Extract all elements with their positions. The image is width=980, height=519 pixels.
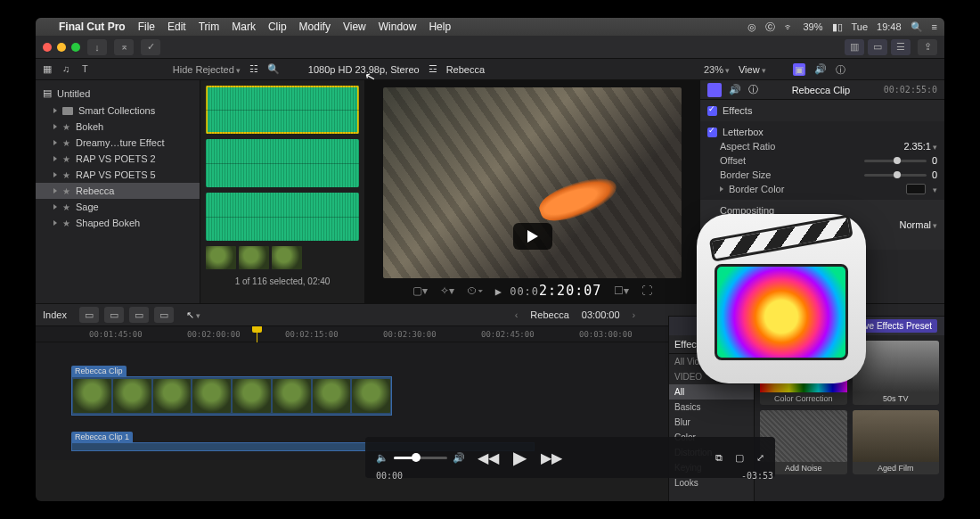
- color-swatch[interactable]: [906, 184, 926, 194]
- layout-browser-button[interactable]: ▥: [845, 39, 864, 55]
- inspector-audio-tab[interactable]: 🔊: [814, 63, 827, 76]
- border-size-value[interactable]: 0: [932, 169, 937, 180]
- offset-slider[interactable]: [864, 160, 927, 162]
- clip-appearance-icon[interactable]: ☷: [249, 63, 258, 75]
- inspector-info-icon[interactable]: ⓘ: [748, 83, 758, 96]
- library-tab-icon[interactable]: ▦: [43, 63, 55, 76]
- overwrite-button[interactable]: ▭: [129, 307, 149, 323]
- airplay-icon[interactable]: ▢: [735, 452, 744, 464]
- sidebar-item-dreamy[interactable]: ★Dreamy…ture Effect: [36, 135, 200, 151]
- menu-file[interactable]: File: [138, 21, 155, 33]
- timeline-project-name: Rebecca: [530, 309, 568, 320]
- share-button[interactable]: ⇪: [918, 39, 937, 55]
- effects-cat-blur[interactable]: Blur: [669, 415, 754, 430]
- app-name[interactable]: Final Cut Pro: [59, 21, 126, 33]
- sidebar-item-sage[interactable]: ★Sage: [36, 199, 200, 215]
- color-dropdown[interactable]: [931, 184, 937, 194]
- offset-value[interactable]: 0: [932, 155, 937, 166]
- rewind-button[interactable]: ◀◀: [478, 449, 499, 466]
- browser-thumb[interactable]: [272, 246, 302, 269]
- filter-dropdown[interactable]: Hide Rejected: [173, 64, 241, 75]
- library-root[interactable]: ▤ Untitled: [36, 84, 200, 103]
- disclosure-icon: [53, 204, 57, 210]
- search-icon[interactable]: 🔍: [911, 21, 923, 33]
- viewer-timecode[interactable]: ▶ 00:02:20:07: [495, 283, 602, 299]
- traffic-lights[interactable]: [43, 43, 80, 52]
- sidebar-item-smart[interactable]: Smart Collections: [36, 103, 200, 119]
- sidebar-item-bokeh[interactable]: ★Bokeh: [36, 119, 200, 135]
- connect-button[interactable]: ▭: [154, 307, 174, 323]
- play-button[interactable]: ▶: [513, 447, 527, 468]
- event-icon: ★: [62, 138, 70, 148]
- timeline-index-button[interactable]: Index: [43, 309, 67, 320]
- inspector-audio-icon[interactable]: 🔊: [729, 84, 741, 95]
- sidebar-item-rap5[interactable]: ★RAP VS POETS 5: [36, 167, 200, 183]
- play-overlay-button[interactable]: [513, 223, 552, 250]
- menu-list-icon[interactable]: ≡: [932, 21, 937, 32]
- sidebar-item-rebecca[interactable]: ★Rebecca: [36, 183, 200, 199]
- blend-dropdown[interactable]: Normal: [900, 219, 937, 230]
- menu-clip[interactable]: Clip: [268, 21, 287, 33]
- mute-icon[interactable]: 🔈: [376, 452, 388, 464]
- aspect-dropdown[interactable]: 2.35:1: [903, 141, 937, 152]
- browser-thumb[interactable]: [239, 246, 269, 269]
- border-size-slider[interactable]: [864, 174, 927, 177]
- effects-cat-all[interactable]: All: [669, 384, 754, 400]
- pip-icon[interactable]: ⧉: [715, 452, 723, 464]
- inspector-video-tab[interactable]: ▣: [793, 63, 805, 76]
- keyword-button[interactable]: ⌅: [114, 39, 134, 55]
- playhead[interactable]: [257, 326, 257, 342]
- effect-item[interactable]: Aged Film: [853, 410, 940, 474]
- inspector-title: Rebecca Clip: [765, 85, 877, 95]
- bg-tasks-button[interactable]: ✓: [141, 39, 160, 55]
- viewer-fullscreen-button[interactable]: ⛶: [641, 284, 652, 297]
- layout-timeline-button[interactable]: ▭: [868, 39, 887, 55]
- viewer-retime-dropdown[interactable]: ⏲▾: [467, 284, 483, 297]
- nav-back-button[interactable]: ‹: [515, 309, 519, 320]
- letterbox-checkbox[interactable]: [707, 128, 717, 137]
- import-button[interactable]: ↓: [87, 39, 107, 55]
- menu-mark[interactable]: Mark: [232, 21, 256, 33]
- viewer-zoom-dropdown[interactable]: 23%: [704, 64, 730, 75]
- menu-trim[interactable]: Trim: [199, 21, 220, 33]
- nav-fwd-button[interactable]: ›: [633, 309, 636, 320]
- menu-window[interactable]: Window: [379, 21, 417, 33]
- menu-help[interactable]: Help: [429, 21, 451, 33]
- fullscreen-icon[interactable]: [71, 43, 80, 52]
- browser-thumb[interactable]: [206, 246, 236, 269]
- timeline-clip[interactable]: [71, 376, 392, 416]
- disclosure-icon[interactable]: [720, 186, 723, 192]
- sidebar-item-rap2[interactable]: ★RAP VS POETS 2: [36, 151, 200, 167]
- viewer-canvas[interactable]: [383, 87, 682, 278]
- menu-view[interactable]: View: [343, 21, 366, 33]
- inspector-info-tab[interactable]: ⓘ: [836, 63, 848, 76]
- sidebar-item-label: RAP VS POETS 2: [76, 153, 156, 164]
- browser-clip[interactable]: [206, 193, 359, 241]
- minimize-icon[interactable]: [57, 43, 66, 52]
- layout-inspector-button[interactable]: ☰: [891, 39, 911, 55]
- viewer-display-dropdown[interactable]: ▢▾: [412, 284, 428, 297]
- volume-slider[interactable]: [394, 457, 447, 459]
- insert-button[interactable]: ▭: [79, 307, 99, 323]
- append-button[interactable]: ▭: [104, 307, 124, 323]
- browser-clip[interactable]: [206, 86, 359, 134]
- menu-edit[interactable]: Edit: [167, 21, 186, 33]
- viewer-enhance-dropdown[interactable]: ✧▾: [440, 284, 454, 297]
- effects-checkbox[interactable]: [707, 106, 717, 116]
- titles-tab-icon[interactable]: T: [82, 63, 94, 76]
- viewer-tools-dropdown[interactable]: ☐▾: [614, 284, 629, 297]
- effects-cat-basics[interactable]: Basics: [669, 400, 754, 415]
- browser-search-icon[interactable]: 🔍: [267, 63, 280, 75]
- browser-clip[interactable]: [206, 139, 359, 187]
- menu-modify[interactable]: Modify: [299, 21, 331, 33]
- sidebar-item-label: Dreamy…ture Effect: [76, 137, 164, 148]
- forward-button[interactable]: ▶▶: [541, 449, 562, 466]
- angle-icon[interactable]: ☲: [429, 63, 437, 75]
- close-icon[interactable]: [43, 43, 52, 52]
- tool-select-dropdown[interactable]: ↖: [186, 309, 200, 321]
- photos-tab-icon[interactable]: ♫: [62, 63, 75, 76]
- sidebar-item-shaped[interactable]: ★Shaped Bokeh: [36, 215, 200, 231]
- fullscreen-icon[interactable]: ⤢: [756, 452, 764, 464]
- inspector-video-tab[interactable]: [707, 83, 722, 97]
- viewer-view-dropdown[interactable]: View: [739, 64, 766, 75]
